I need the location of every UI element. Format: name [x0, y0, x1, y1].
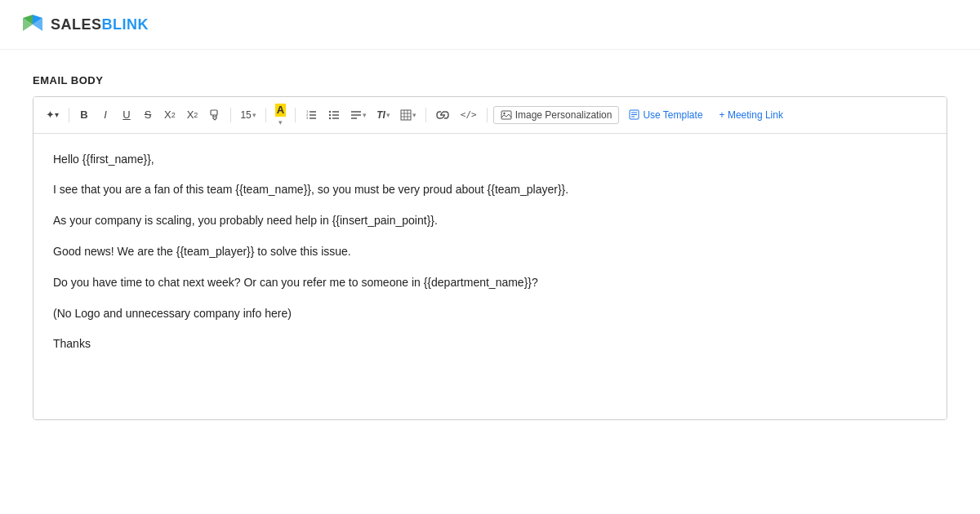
separator-5 [425, 108, 426, 122]
align-icon [350, 109, 362, 121]
svg-point-15 [329, 111, 331, 113]
email-line-2: I see that you are a fan of this team {{… [53, 180, 927, 200]
link-button[interactable] [432, 105, 453, 125]
logo: SALESBLINK [20, 11, 149, 38]
email-line-5: Do you have time to chat next week? Or c… [53, 273, 927, 293]
image-personalization-button[interactable]: Image Personalization [493, 106, 620, 124]
text-style-dropdown[interactable]: TI ▾ [373, 108, 394, 122]
unordered-list-button[interactable] [324, 105, 344, 125]
svg-text:3: 3 [306, 116, 309, 120]
separator-6 [487, 108, 488, 122]
toolbar: ✦▾ B I U S X2 X2 1 [33, 97, 947, 134]
template-icon [629, 109, 639, 120]
email-line-1: Hello {{first_name}}, [53, 150, 927, 170]
svg-point-17 [329, 117, 331, 119]
svg-point-16 [329, 114, 331, 116]
email-line-6: (No Logo and unnecessary company info he… [53, 304, 927, 324]
image-icon [501, 110, 512, 120]
link-icon [436, 109, 449, 121]
table-dropdown[interactable]: ▾ [397, 108, 420, 122]
font-size-dropdown[interactable]: 15 ▾ [237, 108, 259, 122]
separator-4 [295, 108, 296, 122]
superscript-button[interactable]: X2 [160, 105, 180, 125]
svg-rect-21 [401, 110, 411, 120]
code-button[interactable]: </> [457, 105, 481, 125]
logo-text: SALESBLINK [51, 16, 149, 33]
section-label: EMAIL BODY [33, 74, 947, 86]
unordered-list-icon [328, 109, 340, 121]
ordered-list-button[interactable]: 1 2 3 [301, 105, 321, 125]
align-dropdown[interactable]: ▾ [347, 108, 370, 122]
separator-1 [69, 108, 69, 122]
svg-rect-4 [211, 110, 217, 115]
svg-point-28 [503, 113, 505, 114]
email-line-3: As your company is scaling, you probably… [53, 211, 927, 231]
italic-button[interactable]: I [96, 105, 114, 125]
format-paint-button[interactable] [205, 105, 225, 125]
magic-wand-button[interactable]: ✦▾ [42, 105, 63, 125]
logo-icon [20, 11, 46, 38]
separator-3 [265, 108, 266, 122]
use-template-button[interactable]: Use Template [622, 107, 709, 123]
meeting-link-button[interactable]: + Meeting Link [713, 107, 790, 123]
paint-icon [209, 109, 220, 121]
main-content: EMAIL BODY ✦▾ B I U S X2 X2 [0, 50, 980, 445]
subscript-button[interactable]: X2 [183, 105, 203, 125]
font-color-button[interactable]: A ▾ [272, 102, 289, 128]
ordered-list-icon: 1 2 3 [305, 109, 317, 121]
table-icon [400, 109, 412, 121]
strikethrough-button[interactable]: S [139, 105, 157, 125]
email-line-7: Thanks [53, 335, 927, 354]
email-line-4: Good news! We are the {{team_player}} to… [53, 242, 927, 262]
bold-button[interactable]: B [75, 105, 93, 125]
header: SALESBLINK [0, 0, 980, 50]
underline-button[interactable]: U [118, 105, 136, 125]
editor-container: ✦▾ B I U S X2 X2 1 [33, 96, 947, 420]
editor-body[interactable]: Hello {{first_name}}, I see that you are… [33, 134, 947, 419]
separator-2 [230, 108, 231, 122]
